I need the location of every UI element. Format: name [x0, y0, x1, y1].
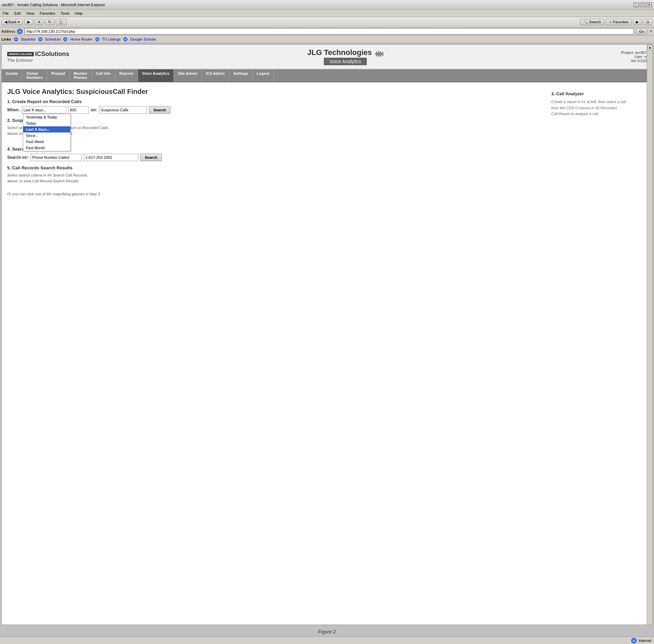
links-label: Links [1, 37, 11, 41]
brand-tagline: The Enforcer [7, 58, 69, 63]
ie-icon-slashdot: e [14, 37, 18, 41]
page-title-bold: SuspiciousCall Finder [76, 88, 148, 95]
main-content: INMATE CALLING ICSolutions The Enforcer … [1, 44, 653, 625]
media-button[interactable]: ▶ [633, 19, 642, 25]
nav-ics-admin[interactable]: ICS Admin [202, 69, 229, 82]
menu-help[interactable]: Help [75, 11, 83, 15]
nav-logout[interactable]: Logout [253, 69, 274, 82]
search-toolbar-button[interactable]: 🔍 Search [580, 19, 604, 25]
menu-edit[interactable]: Edit [14, 11, 21, 15]
phone-input[interactable] [84, 154, 138, 161]
nav-settings[interactable]: Settings [229, 69, 252, 82]
link-tv-listings[interactable]: TV Listings [102, 37, 121, 41]
menu-file[interactable]: File [3, 11, 9, 15]
option-last-x-days[interactable]: Last X days... [23, 126, 70, 132]
ie-status-icon: e [631, 638, 637, 643]
link-schedule[interactable]: Schedule [45, 37, 61, 41]
menu-tools[interactable]: Tools [61, 11, 70, 15]
link-google-scholar[interactable]: Google Scholar [130, 37, 156, 41]
ie-icon-google: e [123, 37, 127, 41]
when-label: When: [7, 108, 20, 112]
nav-voice-analytics[interactable]: Voice Analytics [138, 69, 174, 82]
nav-prepaid[interactable]: Prepaid [47, 69, 69, 82]
search-on-label: Search on: [7, 155, 28, 160]
days-input[interactable] [68, 106, 89, 114]
ie-icon-homerouter: e [63, 37, 67, 41]
link-slashdot[interactable]: Slashdot [21, 37, 36, 41]
status-right-text: Internet [639, 639, 651, 643]
nav-call-info[interactable]: Call Info [92, 69, 115, 82]
ver-label: Ver 0.510 [621, 59, 647, 63]
back-button[interactable]: ◀ Back ▾ [1, 19, 23, 25]
minimize-button[interactable]: _ [634, 2, 639, 7]
menu-view[interactable]: View [26, 11, 34, 15]
forward-button[interactable]: ▶ [24, 19, 33, 25]
user-label: User: rr [621, 55, 647, 59]
history-button[interactable]: ◷ [643, 19, 653, 25]
page-title: JLG Voice Analytics: SuspiciousCall Find… [7, 88, 544, 96]
link-home-router[interactable]: Home Router [70, 37, 92, 41]
browser-window: escfl07 - Inmate Calling Solutions - Mic… [0, 0, 654, 625]
search-on-dropdown-wrapper: Phone Number Called Inmate Name Inmate I… [30, 154, 82, 161]
nav-bar: Inmate GlobalNumbers Prepaid MonitorPhon… [2, 69, 652, 82]
when-select[interactable]: Yesterday & Today Today Last X days... S… [22, 106, 66, 114]
section5-label: 5. Call Records Search Results [7, 165, 544, 170]
go-button[interactable]: Go [636, 28, 647, 34]
option-past-week[interactable]: Past Week [23, 139, 70, 145]
menu-favorites[interactable]: Favorites [40, 11, 55, 15]
page-title-prefix: JLG Voice Analytics: [7, 88, 76, 95]
address-input[interactable] [25, 28, 634, 34]
search-button-2[interactable]: Search [140, 154, 162, 161]
voice-analytics-badge: Voice Analytics [324, 58, 366, 65]
refresh-button[interactable]: ↻ [45, 19, 54, 25]
nav-reports[interactable]: Reports [115, 69, 138, 82]
browser-menubar: File Edit View Favorites Tools Help [0, 10, 654, 17]
nav-site-admin[interactable]: Site Admin [174, 69, 202, 82]
right-panel: 3. Call Analyzer Create a report in #1 a… [551, 88, 647, 197]
jlg-title: JLG Technologies [307, 48, 383, 57]
waveform [375, 51, 383, 57]
option-today[interactable]: Today [23, 120, 70, 126]
when-dropdown-wrapper: Yesterday & Today Today Last X days... S… [22, 106, 66, 114]
search-button-1[interactable]: Search [149, 106, 170, 114]
brand-top-text: INMATE CALLING [9, 53, 32, 56]
scrollbar[interactable]: ▲ [647, 45, 652, 625]
when-dropdown-popup: Yesterday & Today Today Last X days... S… [23, 114, 71, 151]
nav-global-numbers[interactable]: GlobalNumbers [22, 69, 47, 82]
option-since[interactable]: Since... [23, 132, 70, 139]
browser-titlebar: escfl07 - Inmate Calling Solutions - Mic… [0, 0, 654, 10]
call-type-select[interactable]: Suspicious Calls All Calls Flagged Calls [99, 106, 147, 114]
brand-area: INMATE CALLING ICSolutions The Enforcer [7, 51, 69, 63]
status-bar: e Internet [0, 636, 654, 644]
home-button[interactable]: 🏠 [56, 19, 67, 25]
section5-desc: Select search criteria in #4 Search Call… [7, 172, 544, 184]
status-right: e Internet [631, 638, 651, 643]
page-body: JLG Voice Analytics: SuspiciousCall Find… [2, 82, 652, 202]
nav-monitor-phones[interactable]: MonitorPhones [70, 69, 92, 82]
left-panel: JLG Voice Analytics: SuspiciousCall Find… [7, 88, 544, 197]
stop-button[interactable]: ✕ [34, 19, 44, 25]
links-bar: Links e Slashdot e Schedule e Home Route… [0, 36, 654, 43]
when-form-row: When: Yesterday & Today Today Last X day… [7, 106, 544, 114]
magnifying-glass-note: Or you can click one of the magnifying g… [7, 191, 544, 197]
browser-toolbar: ◀ Back ▾ ▶ ✕ ↻ 🏠 🔍 Search ☆ Favorites ▶ … [0, 17, 654, 27]
section2-desc: Select search criteria in #1 Create Repo… [7, 125, 544, 136]
maximize-button[interactable]: □ [640, 2, 645, 7]
browser-title: escfl07 - Inmate Calling Solutions - Mic… [2, 3, 105, 7]
ie-icon-tv: e [95, 37, 99, 41]
address-label: Address [1, 29, 15, 33]
on-label: on: [91, 108, 97, 112]
search-on-form-row: Search on: Phone Number Called Inmate Na… [7, 154, 544, 161]
scroll-up-button[interactable]: ▲ [647, 45, 653, 50]
brand-box: INMATE CALLING [7, 52, 34, 57]
search-on-select[interactable]: Phone Number Called Inmate Name Inmate I… [30, 154, 82, 161]
close-button[interactable]: X [646, 2, 652, 7]
project-info: Project: escfl07 User: rr Ver 0.510 [621, 51, 647, 63]
option-past-month[interactable]: Past Month [23, 145, 70, 151]
dropdown-arrow-addr: ▼ [649, 29, 653, 33]
section5-area: 5. Call Records Search Results Select se… [7, 165, 544, 197]
brand-name: ICSolutions [35, 51, 69, 58]
option-yesterday-today[interactable]: Yesterday & Today [23, 114, 70, 120]
favorites-toolbar-button[interactable]: ☆ Favorites [606, 19, 631, 25]
nav-inmate[interactable]: Inmate [2, 69, 22, 82]
